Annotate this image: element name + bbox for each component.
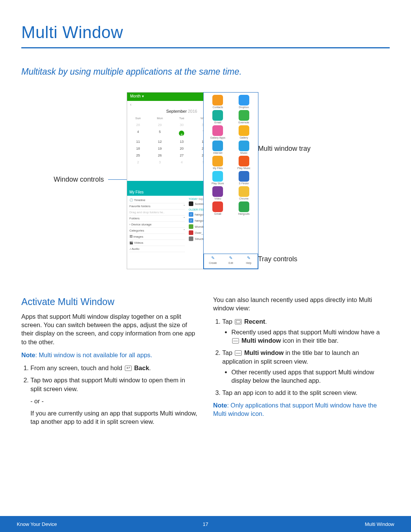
cal-cell: 6	[171, 128, 193, 138]
step-text: Tap two apps that support Multi window t…	[30, 377, 185, 392]
callout-multi-window-tray: Multi window tray	[258, 145, 311, 153]
tray-app: Email	[205, 109, 231, 124]
body-columns: Activate Multi Window Apps that support …	[21, 296, 390, 431]
step-text: Tap	[222, 318, 234, 325]
cal-cell: 13	[171, 138, 193, 145]
or-separator: - or -	[30, 397, 198, 405]
cal-cell: 20	[171, 145, 193, 152]
cal-cell: 30	[171, 121, 193, 128]
files-nav-row: Favorite folders˄	[129, 203, 185, 209]
cal-cell: 12	[149, 138, 170, 145]
steps-list: Tap Recent. Recently used apps that supp…	[213, 317, 390, 397]
step-text: .	[265, 318, 267, 325]
left-column: Activate Multi Window Apps that support …	[21, 296, 198, 431]
paragraph: You can also launch recently used apps d…	[213, 296, 390, 313]
list-item: Recently used apps that support Multi wi…	[231, 328, 390, 345]
files-nav-row: Drag and drop folders he..	[129, 209, 185, 216]
diagram: Window controls Multi window tray Tray c…	[21, 90, 390, 284]
step-text: icon in their title bar.	[281, 337, 338, 344]
tray-app: Contacts	[205, 94, 231, 109]
cal-cell: 29	[149, 121, 170, 128]
cal-cell: 19	[149, 145, 170, 152]
tray-app: Evernote	[231, 109, 257, 124]
files-nav-row: 🖼 Images	[129, 234, 185, 240]
cal-cell: 18	[127, 145, 149, 152]
list-item: Other recently used apps that support Mu…	[231, 368, 390, 385]
cal-day-header: Sun	[127, 115, 149, 121]
note: Note: Multi window is not available for …	[21, 351, 198, 359]
files-left-pane: 🕘 TimelineFavorite folders˄Drag and drop…	[127, 196, 187, 269]
list-item: Tap two apps that support Multi window t…	[30, 376, 198, 426]
note-label: Note	[21, 351, 35, 358]
cal-cell: 26	[149, 152, 170, 159]
tray-app: S Finder	[231, 170, 257, 185]
cal-cell: 28	[127, 121, 149, 128]
callout-window-controls: Window controls	[54, 176, 104, 184]
step-text: If you are currently using an app that s…	[30, 409, 198, 426]
files-nav-row: Categories˄	[129, 228, 185, 234]
tray-app: Video	[205, 185, 231, 200]
cal-cell: 2	[127, 159, 149, 166]
step-bold: Multi window	[244, 349, 284, 356]
list-item: Tap an app icon to add it to the split s…	[222, 388, 390, 397]
files-nav-row: 🕘 Timeline	[129, 197, 185, 203]
callout-tray-controls: Tray controls	[258, 255, 297, 263]
multi-window-tray: ContactsDropboxEmailEvernoteGalaxy AppsG…	[203, 92, 258, 269]
tray-app: Gallery	[231, 125, 257, 139]
tray-app: My Files	[205, 155, 231, 169]
tray-app: Chrome	[231, 185, 257, 200]
list-item: Tap Multi window in the title bar to lau…	[222, 348, 390, 385]
note-label: Note	[213, 402, 227, 409]
tray-edit: Edit	[222, 254, 240, 268]
tray-app: Music	[231, 140, 257, 154]
cal-prev-icon: ‹	[130, 102, 131, 107]
sub-list: Recently used apps that support Multi wi…	[222, 328, 390, 345]
step-bold: Recent	[244, 318, 265, 325]
step-text: Recently used apps that support Multi wi…	[231, 329, 380, 335]
files-nav-row: 🎬 Videos	[129, 240, 185, 246]
step-bold: Back	[134, 364, 149, 371]
tray-app: Gmail	[205, 201, 231, 215]
step-bold: Multi window	[242, 337, 281, 344]
tray-app: Hangouts	[231, 201, 257, 215]
tray-help: Help	[240, 254, 258, 268]
title-rule	[21, 47, 390, 48]
page-title: Multi Window	[21, 23, 390, 42]
cal-cell: 4	[127, 128, 149, 138]
sub-list: Other recently used apps that support Mu…	[222, 368, 390, 385]
cal-cell: 11	[127, 138, 149, 145]
tray-app: Play Music	[231, 155, 257, 169]
tray-controls: Create Edit Help	[204, 254, 258, 269]
list-item: From any screen, touch and hold Back.	[30, 364, 198, 372]
cal-cell: 5	[149, 128, 170, 138]
cal-year: 2016	[188, 109, 197, 113]
paragraph: Apps that support Multi window display t…	[21, 312, 198, 346]
step-text: From any screen, touch and hold	[30, 364, 124, 371]
files-nav-row: › Device storage	[129, 222, 185, 228]
note-text: : Only applications that support Multi w…	[213, 402, 377, 417]
list-item: Tap Recent. Recently used apps that supp…	[222, 317, 390, 345]
cal-day-header: Mon	[149, 115, 170, 121]
subtitle: Multitask by using multiple applications…	[21, 67, 390, 77]
steps-list: From any screen, touch and hold Back. Ta…	[21, 364, 198, 426]
note-text: : Multi window is not available for all …	[35, 351, 152, 358]
cal-cell: 25	[127, 152, 149, 159]
tray-app: Galaxy Apps	[205, 125, 231, 139]
footer-page-number: 17	[0, 521, 411, 527]
step-text: Tap	[222, 349, 234, 356]
multi-window-icon	[232, 338, 239, 343]
files-nav-row: Folders˄	[129, 216, 185, 222]
files-nav-row: ♪ Audio	[129, 246, 185, 252]
step-text: .	[149, 364, 151, 371]
right-column: You can also launch recently used apps d…	[213, 296, 390, 431]
multi-window-icon	[235, 350, 242, 356]
cal-cell: 3	[149, 159, 170, 166]
tray-grid: ContactsDropboxEmailEvernoteGalaxy AppsG…	[205, 94, 256, 215]
cal-cell: 4	[171, 159, 193, 166]
cal-month-name: September	[166, 109, 187, 113]
cal-cell: 27	[171, 152, 193, 159]
label-today: TODAY	[189, 198, 198, 200]
recent-icon	[235, 319, 242, 324]
note: Note: Only applications that support Mul…	[213, 401, 390, 418]
back-icon	[125, 366, 132, 371]
